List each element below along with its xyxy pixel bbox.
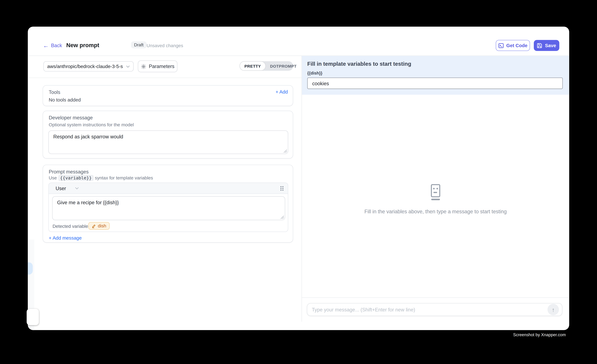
variable-chip-dish[interactable]: dish <box>88 222 110 230</box>
prompt-messages-card: Prompt messages Use {{variable}} syntax … <box>43 165 293 243</box>
send-arrow-icon: ↑ <box>552 306 555 313</box>
send-button[interactable]: ↑ <box>548 304 559 315</box>
add-tool-button[interactable]: + Add <box>275 89 288 95</box>
tools-title: Tools <box>49 89 60 95</box>
developer-message-subtitle: Optional system instructions for the mod… <box>49 122 134 127</box>
model-selector-value: aws/anthropic/bedrock-claude-3-5-s... <box>47 64 123 69</box>
detected-variables-label: Detected variables: <box>53 224 92 229</box>
sidebar-highlight <box>28 262 33 274</box>
subtitle-suffix: syntax for template variables <box>94 175 153 181</box>
role-selector[interactable]: User <box>53 185 79 191</box>
watermark-text: Screenshot by Xnapper.com <box>513 333 566 337</box>
message-block: User Give me a recipe for { <box>48 182 288 232</box>
variable-chip-label: dish <box>98 223 106 228</box>
role-selector-value: User <box>56 185 66 191</box>
developer-message-title: Developer message <box>49 115 93 121</box>
view-mode-toggle: PRETTY DOTPROMPT <box>239 61 293 71</box>
app-window: ← Back New prompt Draft Unsaved changes … <box>28 27 569 330</box>
prompt-messages-subtitle: Use {{variable}} syntax for template var… <box>49 175 153 181</box>
get-code-label: Get Code <box>506 43 527 48</box>
template-variables-panel: Fill in template variables to start test… <box>302 56 569 95</box>
status-badge: Draft <box>131 41 147 48</box>
tab-dotprompt[interactable]: DOTPROMPT <box>266 62 301 70</box>
back-button[interactable]: ← Back <box>43 43 62 48</box>
chat-empty-state: Fill in the variables above, then type a… <box>302 184 569 214</box>
parameters-label: Parameters <box>149 64 174 69</box>
variable-value-input[interactable] <box>307 77 563 89</box>
toolbar-divider <box>28 77 302 78</box>
bot-face-icon <box>431 184 440 201</box>
chat-message-input[interactable] <box>307 307 548 312</box>
page-title: New prompt <box>66 42 99 48</box>
tools-empty-text: No tools added <box>49 97 81 103</box>
drag-handle-icon[interactable] <box>280 185 284 191</box>
screenshot-stage: ← Back New prompt Draft Unsaved changes … <box>0 0 597 364</box>
save-button[interactable]: Save <box>534 40 559 51</box>
prompt-messages-title: Prompt messages <box>49 169 89 174</box>
back-arrow-icon: ← <box>43 43 49 48</box>
terminal-icon <box>498 43 503 48</box>
tools-card: Tools + Add No tools added <box>43 85 293 106</box>
chevron-down-icon <box>126 65 130 68</box>
subtitle-prefix: Use <box>49 175 58 181</box>
model-selector[interactable]: aws/anthropic/bedrock-claude-3-5-s... <box>43 61 134 72</box>
variable-name-label: {{dish}} <box>307 71 322 75</box>
add-message-button[interactable]: + Add message <box>49 235 82 241</box>
save-label: Save <box>545 43 556 48</box>
variable-syntax-code: {{variable}} <box>58 175 94 181</box>
user-message-textarea[interactable]: Give me a recipe for {{dish}} <box>52 196 285 220</box>
chevron-down-icon <box>75 187 79 190</box>
chat-input-bar: ↑ <box>307 303 562 316</box>
floating-card <box>27 309 39 325</box>
save-icon <box>537 43 542 48</box>
chat-input-divider <box>301 297 569 298</box>
developer-message-textarea[interactable]: Respond as jack sparrow would <box>48 130 288 154</box>
get-code-button[interactable]: Get Code <box>496 40 530 51</box>
template-variables-title: Fill in template variables to start test… <box>307 61 411 67</box>
developer-message-card: Developer message Optional system instru… <box>43 111 293 159</box>
message-header-row: User <box>49 183 288 194</box>
parameters-button[interactable]: Parameters <box>138 61 177 72</box>
gear-icon <box>141 64 146 69</box>
back-label: Back <box>51 43 62 48</box>
unsaved-changes-text: Unsaved changes <box>147 43 183 48</box>
chat-empty-text: Fill in the variables above, then type a… <box>302 209 569 214</box>
pencil-icon <box>92 224 96 228</box>
tab-pretty[interactable]: PRETTY <box>240 62 266 70</box>
